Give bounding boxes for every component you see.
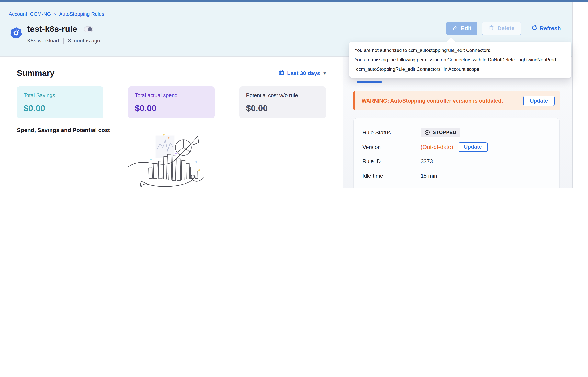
potential-cost-card: Potential cost w/o rule $0.00 — [239, 86, 326, 118]
detail-row-service-managed: Service managed <replace with your servi… — [362, 183, 552, 188]
rule-subtitle: K8s workload 3 months ago — [27, 38, 100, 44]
date-range-label: Last 30 days — [287, 70, 320, 76]
page-title: test-k8s-rule — [27, 24, 77, 34]
warning-text: WARNING: AutoStopping controller version… — [362, 98, 519, 104]
breadcrumb: Account: CCM-NG › AutoStopping Rules — [9, 11, 561, 17]
summary-heading: Summary — [17, 68, 54, 78]
calendar-icon — [278, 70, 284, 77]
card-value: $0.00 — [135, 103, 208, 114]
rule-type-label: K8s workload — [27, 38, 59, 44]
pencil-icon — [452, 25, 458, 32]
rule-age-label: 3 months ago — [68, 38, 100, 44]
summary-column: Summary Last 30 days ▾ — [0, 57, 343, 188]
tab-active-indicator — [357, 81, 382, 82]
card-value: $0.00 — [246, 103, 319, 114]
card-label: Total actual spend — [135, 92, 208, 98]
idle-time-value: 15 min — [421, 173, 437, 179]
edit-button[interactable]: Edit — [446, 22, 477, 35]
detail-row-version: Version (Out-of-date) Update — [362, 140, 552, 154]
detail-label: Rule Status — [362, 130, 421, 136]
controller-outdated-warning: WARNING: AutoStopping controller version… — [353, 91, 560, 110]
chevron-down-icon: ▾ — [324, 71, 326, 76]
rule-details-card: Rule Status STOPPED Version — [353, 118, 560, 188]
breadcrumb-chevron-icon: › — [54, 11, 56, 17]
tooltip-line-1: You are not authorized to ccm_autostoppi… — [355, 46, 566, 55]
refresh-icon — [531, 25, 537, 32]
rule-enabled-toggle[interactable] — [84, 26, 93, 32]
status-text: STOPPED — [433, 130, 456, 135]
main-area: Account: CCM-NG › AutoStopping Rules — [0, 2, 572, 188]
title-block: test-k8s-rule K8s workload 3 months ago — [27, 24, 100, 44]
toggle-knob — [88, 27, 92, 31]
detail-row-idle-time: Idle time 15 min — [362, 168, 552, 183]
header-actions: Edit Delete — [446, 22, 561, 35]
autostopping-rule-page: Account: CCM-NG › AutoStopping Rules — [0, 0, 588, 188]
total-savings-card: Total Savings $0.00 — [17, 86, 103, 118]
detail-label: Rule ID — [362, 158, 421, 165]
trash-icon — [489, 25, 494, 32]
right-rail — [572, 2, 588, 188]
card-label: Potential cost w/o rule — [246, 92, 319, 98]
card-value: $0.00 — [23, 103, 97, 114]
delete-button[interactable]: Delete — [482, 22, 521, 35]
delete-button-label: Delete — [497, 25, 515, 31]
card-label: Total Savings — [23, 92, 97, 98]
permission-tooltip: You are not authorized to ccm_autostoppi… — [349, 42, 572, 78]
empty-chart-area: Savings data not computed yet — [17, 133, 326, 188]
chart-section-heading: Spend, Savings and Potential cost — [17, 127, 326, 133]
refresh-button[interactable]: Refresh — [531, 25, 561, 32]
status-badge: STOPPED — [421, 128, 460, 137]
detail-label: Idle time — [362, 173, 421, 179]
breadcrumb-autostopping-link[interactable]: AutoStopping Rules — [59, 11, 104, 17]
total-spend-card: Total actual spend $0.00 — [128, 86, 215, 118]
detail-label: Version — [362, 144, 421, 150]
breadcrumb-account-link[interactable]: Account: CCM-NG — [9, 11, 51, 17]
edit-button-label: Edit — [461, 25, 472, 31]
rule-id-value: 3373 — [421, 158, 433, 165]
tooltip-line-3: "ccm_autoStoppingRule_edit Connectors" i… — [355, 64, 566, 74]
detail-row-rule-id: Rule ID 3373 — [362, 154, 552, 168]
detail-label: Service managed — [362, 187, 421, 189]
summary-cards: Total Savings $0.00 Total actual spend $… — [17, 86, 326, 118]
subtitle-divider — [63, 38, 64, 44]
stop-icon — [425, 130, 430, 135]
version-update-button[interactable]: Update — [458, 142, 488, 152]
version-status-text: (Out-of-date) — [421, 144, 453, 150]
warning-update-button[interactable]: Update — [523, 95, 554, 106]
date-range-picker[interactable]: Last 30 days ▾ — [278, 70, 326, 77]
detail-row-rule-status: Rule Status STOPPED — [362, 125, 552, 140]
tooltip-line-2: You are missing the following permission… — [355, 55, 566, 64]
service-managed-value: <replace with your service name> — [421, 187, 503, 189]
empty-chart-illustration — [119, 133, 224, 187]
top-accent-bar — [0, 0, 588, 2]
refresh-button-label: Refresh — [540, 25, 561, 31]
kubernetes-icon — [10, 27, 22, 44]
